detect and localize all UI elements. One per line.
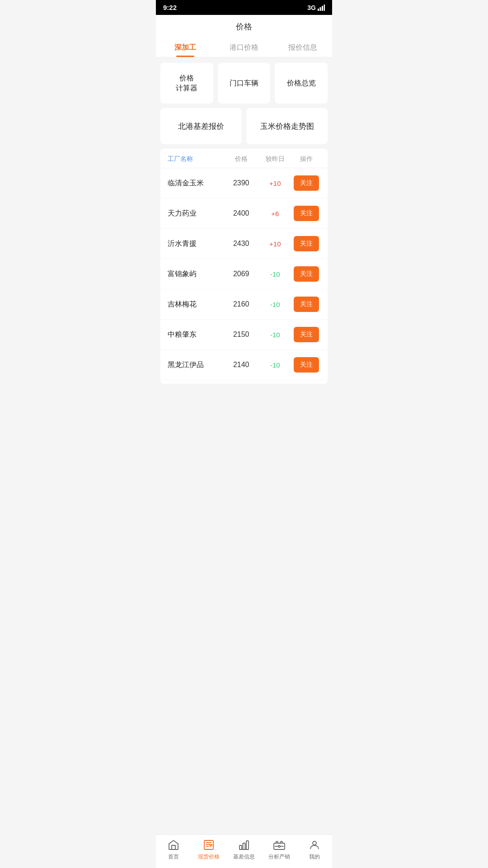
svg-rect-0 [318,9,319,11]
table-row: 沂水青援 2430 +10 关注 [160,229,328,259]
basis-icon [238,839,250,851]
nav-label-home: 首页 [168,853,179,861]
follow-button[interactable]: 关注 [294,266,319,282]
price-change: -10 [258,301,292,308]
price-change: -10 [258,361,292,369]
price-change: +6 [258,210,292,217]
col-header-change: 较昨日 [258,155,292,163]
follow-button[interactable]: 关注 [294,236,319,251]
svg-point-13 [278,845,280,847]
status-bar: 9:22 3G [156,0,332,15]
profile-icon [308,839,321,851]
network-indicator: 3G [307,4,316,11]
nav-item-basis[interactable]: 基差信息 [226,839,262,861]
tab-port-price[interactable]: 港口价格 [215,38,273,57]
svg-rect-9 [243,843,245,849]
tab-bar: 深加工 港口价格 报价信息 [156,38,332,57]
follow-button[interactable]: 关注 [294,297,319,312]
table-row: 中粮肇东 2150 -10 关注 [160,320,328,350]
table-row: 天力药业 2400 +6 关注 [160,198,328,229]
table-header: 工厂名称 价格 较昨日 操作 [160,149,328,168]
analysis-icon [273,839,286,851]
price-icon [202,839,215,851]
factory-name: 富锦象屿 [168,269,224,279]
col-header-factory: 工厂名称 [168,155,224,163]
factory-name: 吉林梅花 [168,300,224,309]
price-value: 2069 [224,270,258,278]
action-cell: 关注 [292,206,320,221]
price-value: 2160 [224,300,258,308]
signal-icon [318,5,325,11]
table-row: 临清金玉米 2390 +10 关注 [160,168,328,198]
nav-label-basis: 基差信息 [233,853,255,861]
price-value: 2150 [224,330,258,339]
col-header-price: 价格 [224,155,258,163]
col-header-action: 操作 [292,155,320,163]
factory-name: 中粮肇东 [168,330,224,340]
quick-menu-row1: 价格 计算器 门口车辆 价格总览 [160,63,328,104]
card-door-vehicles[interactable]: 门口车辆 [218,63,271,104]
action-cell: 关注 [292,175,320,191]
action-cell: 关注 [292,357,320,373]
factory-name: 沂水青援 [168,239,224,249]
svg-point-16 [313,841,316,845]
price-change: +10 [258,240,292,248]
follow-button[interactable]: 关注 [294,327,319,342]
quick-menu-row2: 北港基差报价 玉米价格走势图 [160,108,328,144]
card-north-port-basis[interactable]: 北港基差报价 [160,108,242,144]
table-row: 黑龙江伊品 2140 -10 关注 [160,350,328,380]
nav-item-price[interactable]: 现货价格 [191,839,226,861]
price-value: 2390 [224,179,258,187]
table-row: 富锦象屿 2069 -10 关注 [160,259,328,289]
action-cell: 关注 [292,236,320,251]
follow-button[interactable]: 关注 [294,206,319,221]
price-change: -10 [258,331,292,339]
bottom-navigation: 首页 现货价格 基差信息 [156,835,332,868]
factory-name: 黑龙江伊品 [168,360,224,370]
price-value: 2400 [224,209,258,217]
action-cell: 关注 [292,327,320,342]
nav-item-analysis[interactable]: 分析产销 [262,839,297,861]
svg-rect-10 [246,841,249,849]
card-price-overview[interactable]: 价格总览 [275,63,328,104]
quick-menu: 价格 计算器 门口车辆 价格总览 北港基差报价 玉米价格走势图 [156,57,332,144]
nav-item-profile[interactable]: 我的 [297,839,332,861]
page-title: 价格 [156,21,332,38]
action-cell: 关注 [292,297,320,312]
svg-rect-2 [322,6,323,11]
price-value: 2430 [224,240,258,248]
card-price-calculator[interactable]: 价格 计算器 [160,63,213,104]
price-change: -10 [258,270,292,278]
factory-name: 临清金玉米 [168,179,224,188]
price-change: +10 [258,179,292,187]
price-value: 2140 [224,361,258,369]
follow-button[interactable]: 关注 [294,175,319,191]
card-corn-price-trend[interactable]: 玉米价格走势图 [246,108,328,144]
home-icon [167,839,180,851]
status-right: 3G [307,4,325,11]
price-table-section: 工厂名称 价格 较昨日 操作 临清金玉米 2390 +10 关注 天力药业 24… [160,149,328,384]
nav-item-home[interactable]: 首页 [156,839,191,861]
svg-rect-3 [324,5,325,11]
follow-button[interactable]: 关注 [294,357,319,373]
nav-label-profile: 我的 [309,853,320,861]
page-header: 价格 [156,15,332,38]
table-row: 吉林梅花 2160 -10 关注 [160,289,328,320]
action-cell: 关注 [292,266,320,282]
nav-label-price: 现货价格 [198,853,220,861]
status-time: 9:22 [163,4,177,11]
tab-deep-processing[interactable]: 深加工 [156,38,215,57]
svg-rect-1 [320,7,321,11]
nav-label-analysis: 分析产销 [268,853,290,861]
tab-quote-info[interactable]: 报价信息 [273,38,332,57]
factory-name: 天力药业 [168,209,224,218]
svg-rect-8 [239,845,242,849]
